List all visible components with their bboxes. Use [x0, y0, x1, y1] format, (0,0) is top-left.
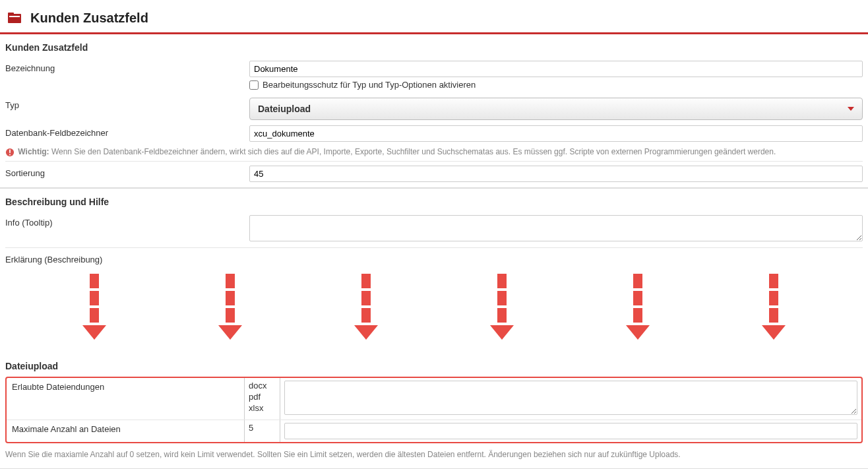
label-bezeichnung: Bezeichnung [5, 61, 249, 73]
input-max-files[interactable] [284, 423, 857, 439]
arrow-icon [762, 274, 786, 340]
row-bezeichnung: Bezeichnung Bearbeitungsschutz für Typ u… [0, 58, 868, 95]
label-info: Info (Tooltip) [5, 215, 249, 228]
highlight-box: Erlaubte Dateiendungen docx pdf xlsx Max… [5, 377, 863, 443]
warning-prefix: Wichtig: [18, 147, 49, 156]
textarea-info[interactable] [249, 215, 863, 241]
warning-db-field: Wichtig: Wenn Sie den Datenbank-Feldbeze… [0, 144, 868, 160]
arrow-icon [626, 274, 650, 340]
page-header: Kunden Zusatzfeld [0, 0, 868, 34]
label-typ: Typ [5, 98, 249, 110]
label-edit-protect: Bearbeitungsschutz für Typ und Typ-Optio… [263, 80, 476, 90]
row-sortierung: Sortierung [0, 163, 868, 185]
section-title-desc: Beschreibung und Hilfe [0, 189, 868, 212]
label-erklaerung: Erklärung (Beschreibung) [5, 252, 249, 265]
label-db-field: Datenbank-Feldbezeichner [5, 125, 249, 138]
section-title-main: Kunden Zusatzfeld [0, 34, 868, 58]
textarea-extensions[interactable] [284, 381, 857, 415]
label-sortierung: Sortierung [5, 166, 249, 178]
arrows-annotation [0, 267, 868, 353]
section-title-upload: Dateiupload [0, 353, 868, 377]
warning-text: Wenn Sie den Datenbank-Feldbezeichner än… [51, 147, 776, 156]
input-sortierung[interactable] [249, 166, 863, 182]
value-extensions: docx pdf xlsx [244, 378, 280, 420]
svg-rect-0 [8, 14, 21, 23]
label-extensions: Erlaubte Dateiendungen [7, 378, 244, 420]
svg-rect-4 [9, 149, 11, 152]
value-max-files: 5 [244, 420, 280, 442]
row-db-field: Datenbank-Feldbezeichner [0, 123, 868, 144]
svg-rect-5 [9, 154, 11, 155]
divider [5, 247, 863, 248]
select-typ[interactable]: Dateiupload [249, 98, 863, 120]
row-typ: Typ Dateiupload [0, 95, 868, 123]
label-max-files: Maximale Anzahl an Dateien [7, 420, 244, 442]
upload-note: Wenn Sie die maxiamle Anzahl auf 0 setze… [0, 446, 868, 468]
page-title: Kunden Zusatzfeld [30, 11, 148, 26]
row-info: Info (Tooltip) [0, 212, 868, 246]
warning-icon [5, 148, 15, 157]
checkbox-edit-protect[interactable] [249, 80, 259, 90]
svg-rect-2 [9, 16, 20, 17]
row-erklaerung: Erklärung (Beschreibung) [0, 249, 868, 267]
arrow-icon [218, 274, 242, 340]
arrow-icon [354, 274, 378, 340]
svg-rect-1 [8, 13, 14, 15]
input-db-field[interactable] [249, 125, 863, 142]
divider [5, 161, 863, 162]
arrow-icon [490, 274, 514, 340]
input-bezeichnung[interactable] [249, 61, 863, 77]
arrow-icon [82, 274, 106, 340]
folder-icon [7, 10, 22, 26]
